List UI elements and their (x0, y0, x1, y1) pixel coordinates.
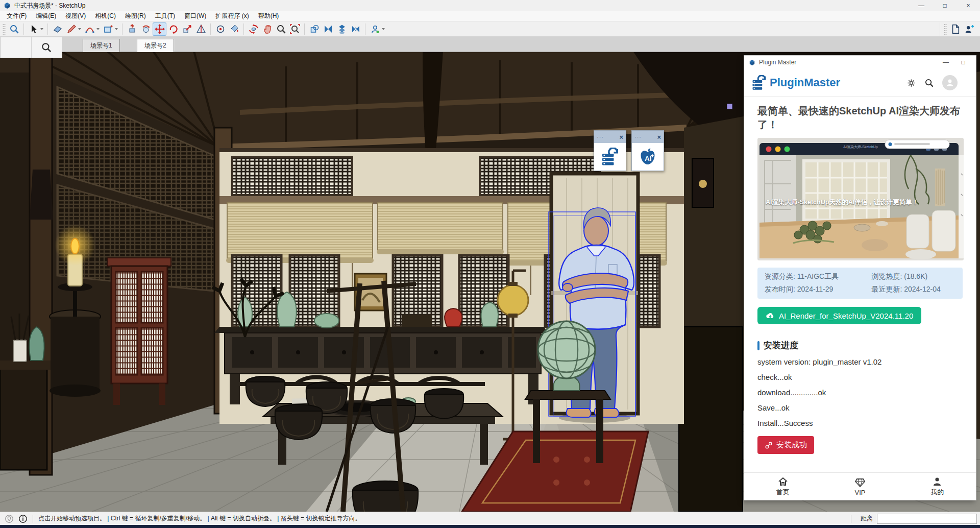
tool-component[interactable] (307, 22, 321, 36)
article-preview-image[interactable]: AI渲染大师-SketchUp AI渲染大师-SketchUp天然的AI伴侣，让… (757, 138, 964, 260)
tool-eraser[interactable] (51, 22, 64, 36)
menu-camera[interactable]: 相机(C) (90, 11, 120, 21)
menu-icon[interactable] (965, 81, 973, 85)
close-icon[interactable]: × (657, 133, 661, 141)
panel-minimize-button[interactable]: — (937, 59, 954, 66)
tool-line[interactable] (64, 22, 78, 36)
menu-edit[interactable]: 编辑(E) (31, 11, 61, 21)
user-avatar[interactable] (942, 75, 958, 90)
meta-category: 资源分类: 11-AIGC工具 (765, 272, 871, 281)
tool-arc[interactable] (83, 22, 96, 36)
install-log: system version: plugin_master v1.02 chec… (757, 357, 963, 427)
section-title: 安装进度 (764, 340, 798, 351)
tool-zoom-extents[interactable] (288, 22, 302, 36)
restore-button[interactable]: □ (933, 0, 957, 11)
section-accent-bar (757, 341, 760, 350)
new-document-button[interactable] (948, 22, 962, 36)
tool-plugin-cut[interactable] (349, 22, 362, 36)
plugin-master-icon[interactable] (601, 148, 619, 166)
settings-button[interactable] (906, 78, 916, 88)
mini-toolbar-titlebar[interactable]: ··· × (594, 131, 626, 143)
tool-push-pull[interactable] (125, 22, 139, 36)
sign-in-button[interactable] (962, 22, 976, 36)
meta-published: 发布时间: 2024-11-29 (765, 285, 871, 294)
tool-plugin-layers[interactable] (335, 22, 349, 36)
nav-mine[interactable]: 我的 (899, 473, 976, 500)
search-tool-button[interactable] (31, 37, 62, 58)
ai-apple-icon[interactable]: AI (639, 148, 657, 166)
hidden-tool-slot[interactable] (1, 37, 31, 58)
select-dropdown[interactable] (40, 28, 43, 30)
tool-section[interactable] (194, 22, 208, 36)
plugin-master-logo-icon (751, 75, 767, 90)
selection-artifact (727, 104, 732, 109)
tool-profile[interactable] (368, 22, 382, 36)
install-success-button[interactable]: 安装成功 (757, 436, 814, 454)
drag-handle-dots[interactable]: ··· (597, 134, 604, 140)
tool-follow-me[interactable] (139, 22, 153, 36)
tool-zoom[interactable] (274, 22, 288, 36)
menu-extensions[interactable]: 扩展程序 (x) (211, 11, 253, 21)
plugin-master-panel: Plugin Master — □ PluginMaster (744, 55, 976, 500)
viewport[interactable]: 场景号1 场景号2 (0, 37, 980, 512)
preview-browser-title: AI渲染大师-SketchUp (757, 145, 964, 150)
measurement-input[interactable] (877, 514, 977, 524)
nav-home[interactable]: 首页 (744, 473, 821, 500)
tool-orbit[interactable] (247, 22, 260, 36)
menu-help[interactable]: 帮助(H) (254, 11, 284, 21)
brand-name: PluginMaster (770, 76, 898, 89)
nav-mine-label: 我的 (930, 488, 944, 497)
info-button[interactable] (18, 514, 28, 523)
preview-caption: AI渲染大师-SketchUp天然的AI伴侣，让设计更简单！ (766, 198, 955, 207)
scene-tab-1[interactable]: 场景号1 (83, 39, 120, 52)
line-dropdown[interactable] (78, 28, 81, 30)
download-button[interactable]: AI_Render_for_SketchUp_V2024.11.20 (757, 307, 921, 324)
tool-move[interactable] (153, 22, 166, 36)
toolbar-right-grip[interactable] (944, 23, 947, 35)
menu-tools[interactable]: 工具(T) (151, 11, 180, 21)
tool-select[interactable] (27, 22, 40, 36)
tool-zoom-window[interactable] (7, 22, 21, 36)
menu-window[interactable]: 窗口(W) (180, 11, 211, 21)
install-progress-section: 安装进度 (757, 340, 963, 351)
tool-rectangle[interactable] (101, 22, 115, 36)
nav-home-label: 首页 (776, 488, 790, 497)
menu-view[interactable]: 视图(V) (61, 11, 90, 21)
menu-file[interactable]: 文件(F) (2, 11, 31, 21)
sketchup-window: 中式书房场景* - SketchUp — □ × 文件(F) 编辑(E) 视图(… (0, 0, 980, 528)
panel-bottom-nav: 首页 VIP 我的 (744, 472, 976, 500)
tool-offset[interactable] (213, 22, 227, 36)
tool-pan[interactable] (260, 22, 274, 36)
geolocation-button[interactable] (5, 514, 14, 523)
tool-plugin-x[interactable] (321, 22, 335, 36)
measurement-label: 距离 (861, 514, 873, 523)
panel-maximize-button[interactable]: □ (954, 59, 972, 66)
tool-rotate[interactable] (166, 22, 180, 36)
panel-titlebar[interactable]: Plugin Master — □ (744, 56, 976, 69)
tool-paint-bucket[interactable] (227, 22, 241, 36)
rectangle-dropdown[interactable] (115, 28, 118, 30)
menu-draw[interactable]: 绘图(R) (120, 11, 151, 21)
minimize-button[interactable]: — (910, 0, 933, 11)
scene-tab-2[interactable]: 场景号2 (137, 39, 174, 52)
download-button-label: AI_Render_for_SketchUp_V2024.11.20 (779, 311, 913, 320)
nav-vip-label: VIP (855, 489, 866, 496)
geolocation-icon (5, 514, 14, 523)
close-icon[interactable]: × (619, 133, 623, 141)
meta-updated: 最近更新: 2024-12-04 (871, 285, 955, 294)
mini-toolbar-titlebar[interactable]: ··· × (632, 131, 664, 143)
window-bottom-edge (0, 525, 980, 528)
close-button[interactable]: × (957, 0, 980, 11)
gear-icon (906, 78, 916, 88)
person-icon (945, 78, 955, 88)
nav-vip[interactable]: VIP (821, 473, 898, 500)
diamond-icon (854, 477, 866, 488)
profile-dropdown[interactable] (382, 28, 385, 30)
toolbar-grip[interactable] (3, 23, 6, 35)
log-line: system version: plugin_master v1.02 (757, 357, 963, 366)
arc-dropdown[interactable] (96, 28, 100, 30)
tool-scale[interactable] (180, 22, 194, 36)
search-button[interactable] (924, 78, 934, 88)
drag-handle-dots[interactable]: ··· (634, 134, 642, 140)
install-success-label: 安装成功 (776, 440, 807, 450)
